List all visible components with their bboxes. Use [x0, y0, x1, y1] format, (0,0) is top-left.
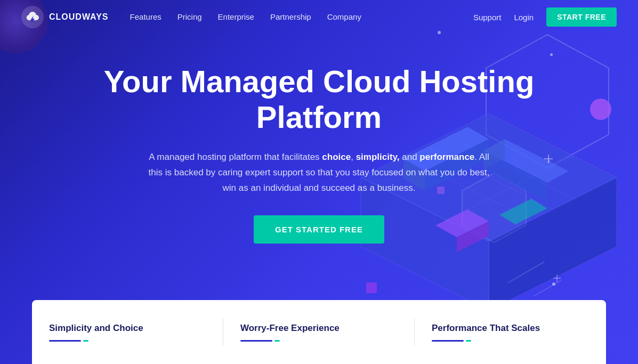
- nav-item-company[interactable]: Company: [327, 12, 361, 22]
- logo: CLOUDWAYS: [21, 6, 109, 28]
- hero-subtitle: A managed hosting platform that facilita…: [143, 150, 495, 196]
- feature-title-performance: Performance That Scales: [432, 323, 589, 334]
- subtitle-performance: performance: [419, 152, 474, 162]
- underline-teal-1: [83, 340, 88, 342]
- purple-rect-2: [366, 282, 377, 293]
- feature-title-worry-free: Worry-Free Experience: [240, 323, 398, 334]
- line-deco-2: [534, 280, 562, 297]
- feature-item-simplicity: Simplicity and Choice: [32, 310, 223, 354]
- subtitle-before: A managed hosting platform that facilita…: [149, 152, 322, 162]
- nav-links: Features Pricing Enterprise Partnership …: [130, 12, 361, 22]
- underline-teal-3: [466, 340, 471, 342]
- feature-item-worry-free: Worry-Free Experience: [223, 310, 415, 354]
- feature-underline-worry-free: [240, 340, 398, 342]
- feature-strip: Simplicity and Choice Worry-Free Experie…: [32, 300, 606, 364]
- navbar-right: Support Login START FREE: [473, 7, 617, 27]
- subtitle-and: and: [400, 152, 420, 162]
- logo-text: CLOUDWAYS: [49, 12, 109, 22]
- line-deco-1: [507, 261, 545, 284]
- support-link[interactable]: Support: [473, 13, 502, 22]
- hero-section: CLOUDWAYS Features Pricing Enterprise Pa…: [0, 0, 638, 364]
- nav-item-pricing[interactable]: Pricing: [177, 12, 202, 22]
- navbar: CLOUDWAYS Features Pricing Enterprise Pa…: [0, 0, 638, 34]
- hero-content: Your Managed Cloud Hosting Platform A ma…: [0, 64, 638, 244]
- subtitle-choice: choice: [322, 152, 351, 162]
- start-free-button[interactable]: START FREE: [546, 7, 617, 27]
- nav-item-enterprise[interactable]: Enterprise: [218, 12, 254, 22]
- hero-title: Your Managed Cloud Hosting Platform: [79, 64, 559, 135]
- get-started-button[interactable]: GET STARTED FREE: [254, 215, 384, 244]
- nav-link-partnership[interactable]: Partnership: [270, 12, 311, 21]
- nav-link-enterprise[interactable]: Enterprise: [218, 12, 254, 21]
- underline-blue-1: [49, 340, 81, 342]
- feature-item-performance: Performance That Scales: [415, 310, 606, 354]
- navbar-left: CLOUDWAYS Features Pricing Enterprise Pa…: [21, 6, 361, 28]
- dot-2: [550, 53, 553, 56]
- feature-underline-simplicity: [49, 340, 206, 342]
- nav-link-features[interactable]: Features: [130, 12, 161, 21]
- underline-blue-2: [240, 340, 272, 342]
- feature-title-simplicity: Simplicity and Choice: [49, 323, 206, 334]
- login-link[interactable]: Login: [514, 13, 534, 22]
- plus-deco-2: [553, 274, 561, 282]
- underline-blue-3: [432, 340, 464, 342]
- underline-teal-2: [274, 340, 280, 342]
- subtitle-simplicity: simplicity,: [353, 152, 400, 162]
- nav-item-partnership[interactable]: Partnership: [270, 12, 311, 22]
- nav-link-company[interactable]: Company: [327, 12, 361, 21]
- logo-icon: [21, 6, 44, 28]
- feature-underline-performance: [432, 340, 589, 342]
- dot-4: [552, 282, 555, 286]
- nav-link-pricing[interactable]: Pricing: [177, 12, 202, 21]
- nav-item-features[interactable]: Features: [130, 12, 161, 22]
